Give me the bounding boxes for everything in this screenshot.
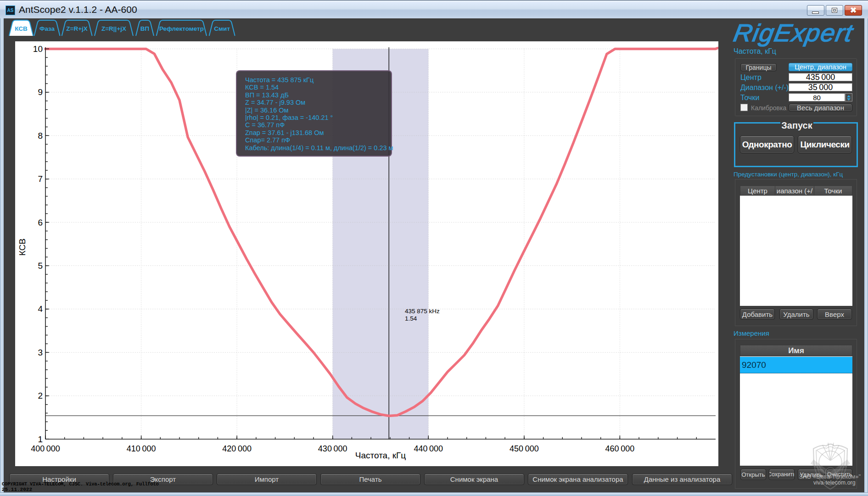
- svg-text:430 000: 430 000: [318, 444, 347, 453]
- svg-text:Фаза: Фаза: [39, 25, 55, 32]
- svg-text:420 000: 420 000: [222, 444, 252, 453]
- svg-text:440 000: 440 000: [414, 444, 443, 453]
- svg-text:10: 10: [33, 44, 43, 54]
- svg-text:КСВ: КСВ: [15, 25, 28, 32]
- svg-text:3: 3: [38, 348, 43, 357]
- svg-text:7: 7: [38, 174, 43, 184]
- svg-text:Смит: Смит: [214, 25, 230, 32]
- svg-text:Рефлектометр: Рефлектометр: [159, 25, 204, 32]
- svg-text:410 000: 410 000: [127, 444, 156, 453]
- svg-text:8: 8: [38, 131, 43, 141]
- svg-text:Z=R||+jX: Z=R||+jX: [101, 25, 126, 32]
- svg-text:9: 9: [38, 87, 43, 97]
- svg-text:Частота, кГц: Частота, кГц: [355, 451, 406, 460]
- svg-text:460 000: 460 000: [605, 444, 635, 453]
- svg-text:2: 2: [38, 391, 43, 400]
- svg-text:1.54: 1.54: [405, 315, 417, 322]
- svg-text:1: 1: [38, 434, 43, 444]
- svg-text:400 000: 400 000: [31, 444, 60, 453]
- svg-text:4: 4: [38, 304, 43, 314]
- svg-text:450 000: 450 000: [510, 444, 539, 453]
- svg-text:435 875 kHz: 435 875 kHz: [405, 308, 440, 315]
- svg-text:КСВ: КСВ: [17, 238, 27, 255]
- svg-text:5: 5: [38, 261, 43, 271]
- svg-text:Z=R+jX: Z=R+jX: [66, 25, 88, 32]
- svg-text:6: 6: [38, 218, 43, 227]
- svg-text:ВП: ВП: [140, 25, 149, 32]
